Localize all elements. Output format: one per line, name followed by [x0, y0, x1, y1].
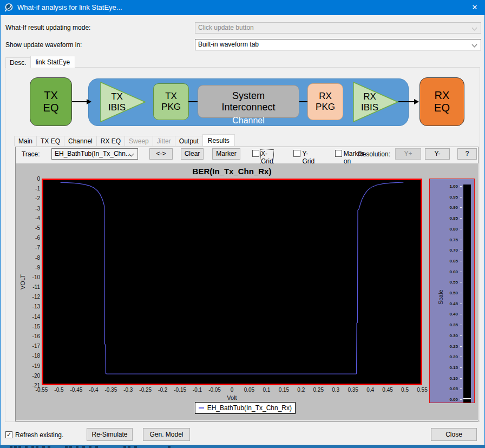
- x-tick-label: 0.55: [411, 387, 433, 393]
- chevron-down-icon: [472, 25, 477, 31]
- scale-tick-label: 0.80: [436, 227, 458, 232]
- y-minus-button[interactable]: Y-: [425, 148, 450, 160]
- scale-tick-mark: [460, 186, 462, 187]
- chart-title: BER(In_Tx_Chn_Rx): [42, 167, 422, 176]
- scale-tick-label: 1.00: [436, 184, 458, 189]
- y-tick-label: -7: [16, 245, 40, 251]
- help-button[interactable]: ?: [457, 148, 477, 160]
- scale-tick-mark: [460, 207, 462, 208]
- sliver-mark: [36, 446, 38, 448]
- scale-slider[interactable]: [463, 185, 471, 403]
- tab-tx-eq[interactable]: TX EQ: [36, 136, 64, 146]
- sliver-mark: [168, 446, 171, 448]
- scale-tick-label: 0.45: [436, 301, 458, 306]
- results-tab-bar: MainTX EQChannelRX EQSweepJitterOutputRe…: [14, 136, 234, 148]
- sliver-mark: [76, 446, 78, 448]
- tab-rx-eq[interactable]: RX EQ: [96, 136, 125, 146]
- rx-eq-block: RX EQ: [420, 77, 464, 126]
- scale-tick-mark: [460, 197, 462, 197]
- block-label: Interconnect: [221, 102, 275, 113]
- y-tick-label: -10: [16, 274, 40, 280]
- scale-tick-label: 0.10: [436, 376, 458, 381]
- scale-tick-mark: [460, 378, 462, 379]
- sliver-mark: [69, 446, 72, 448]
- y-tick-label: -5: [16, 225, 40, 231]
- tx-pkg-block: TX PKG: [153, 83, 189, 120]
- legend-box: EH_BathTub(In_Tx_Chn_Rx): [195, 402, 296, 414]
- x-axis-label: Volt: [42, 394, 422, 401]
- sliver-mark: [89, 446, 91, 448]
- scale-tick-label: 0.15: [436, 365, 458, 370]
- y-tick-label: -13: [16, 304, 40, 309]
- block-label: EQ: [434, 102, 450, 114]
- waveform-in-value: Built-in waveform tab: [198, 41, 259, 48]
- marker-button[interactable]: Marker: [212, 148, 240, 160]
- block-label: System: [232, 90, 265, 102]
- scale-tick-mark: [460, 314, 462, 314]
- scale-tick-label: 0.95: [436, 195, 458, 200]
- scale-tick-mark: [460, 388, 462, 389]
- sliver-mark: [134, 446, 137, 448]
- sliver-mark: [42, 446, 45, 448]
- re-simulate-button[interactable]: Re-Simulate: [87, 428, 133, 441]
- marker-on-checkbox[interactable]: [335, 150, 342, 157]
- scale-slider-handle[interactable]: [463, 398, 471, 399]
- trace-select[interactable]: EH_BathTub(In_Tx_Chn...: [51, 148, 138, 160]
- title-bar[interactable]: What-if analysis for link StatEye... ✕: [0, 0, 485, 15]
- rx-pkg-block: RX PKG: [307, 83, 343, 120]
- chart-canvas: BER(In_Tx_Chn_Rx) VOLT Volt EH_BathTub(I…: [16, 163, 479, 420]
- tab-output[interactable]: Output: [175, 136, 203, 146]
- scale-tick-mark: [460, 304, 462, 304]
- y-tick-label: -19: [16, 363, 40, 369]
- scale-tick-mark: [460, 357, 462, 357]
- tab-results[interactable]: Results: [202, 134, 235, 146]
- y-tick-label: -6: [16, 235, 40, 241]
- swap-button[interactable]: <->: [149, 148, 173, 160]
- sliver-mark: [123, 446, 126, 448]
- legend-label: EH_BathTub(In_Tx_Chn_Rx): [207, 404, 292, 412]
- tab-main[interactable]: Main: [14, 136, 37, 146]
- updating-mode-select[interactable]: Click update button: [195, 22, 481, 34]
- scale-tick-label: 0.25: [436, 344, 458, 349]
- scale-tick-label: 0.75: [436, 238, 458, 242]
- close-icon[interactable]: ✕: [464, 0, 485, 15]
- main-tab-bar: Desc.link StatEye: [5, 57, 75, 69]
- scale-tick-label: 0.65: [436, 259, 458, 263]
- tab-channel[interactable]: Channel: [64, 136, 97, 146]
- tab-jitter[interactable]: Jitter: [153, 136, 175, 146]
- clear-button[interactable]: Clear: [181, 148, 204, 160]
- block-label: TX: [165, 91, 177, 102]
- scale-tick-label: 0.85: [436, 216, 458, 221]
- close-button[interactable]: Close: [431, 428, 477, 441]
- sliver-mark: [31, 446, 34, 448]
- y-plus-button[interactable]: Y+: [395, 148, 421, 160]
- y-tick-label: -11: [16, 284, 40, 290]
- signal-flow-arrow-icon: [72, 97, 91, 106]
- y-tick-label: -4: [16, 215, 40, 221]
- window-border-left: [0, 15, 1, 445]
- tab-desc[interactable]: Desc.: [5, 57, 31, 68]
- sliver-mark: [65, 446, 68, 448]
- waveform-in-select[interactable]: Built-in waveform tab: [195, 39, 481, 50]
- plot-area[interactable]: [42, 179, 422, 385]
- y-tick-label: -12: [16, 294, 40, 300]
- y-tick-label: -2: [16, 195, 40, 201]
- scale-panel: Scale 1.000.950.900.850.800.750.700.650.…: [429, 179, 475, 403]
- x-grid-checkbox[interactable]: [252, 150, 259, 157]
- background-window-sliver: [0, 445, 485, 448]
- y-tick-label: -15: [16, 324, 40, 330]
- tab-link-stateye[interactable]: link StatEye: [30, 56, 75, 68]
- y-tick-label: 0: [16, 176, 40, 182]
- scale-tick-mark: [460, 272, 462, 272]
- tx-eq-block: TX EQ: [30, 77, 72, 126]
- y-tick-label: -14: [16, 314, 40, 320]
- scale-tick-mark: [460, 399, 462, 400]
- tab-sweep[interactable]: Sweep: [124, 136, 153, 146]
- block-label: RX: [435, 89, 450, 102]
- y-grid-checkbox[interactable]: [293, 150, 300, 157]
- scale-tick-mark: [460, 282, 462, 282]
- gen-model-button[interactable]: Gen. Model: [143, 428, 190, 441]
- sliver-mark: [18, 446, 21, 448]
- system-interconnect-block: System Interconnect: [198, 85, 299, 118]
- refresh-existing-checkbox[interactable]: [5, 431, 12, 438]
